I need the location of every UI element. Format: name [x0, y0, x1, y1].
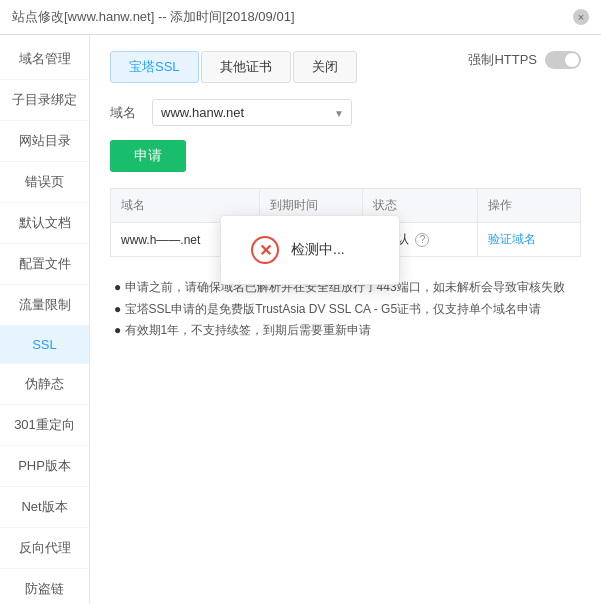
title-text: 站点修改[www.hanw.net] -- 添加时间[2018/09/01]	[12, 8, 295, 26]
sidebar-item-ssl[interactable]: SSL	[0, 326, 89, 364]
sidebar-item-domain-mgmt[interactable]: 域名管理	[0, 39, 89, 80]
error-circle-icon: ✕	[251, 236, 279, 264]
domain-label: 域名	[110, 104, 142, 122]
tab-other-cert[interactable]: 其他证书	[201, 51, 291, 83]
note-item-2: 有效期1年，不支持续签，到期后需要重新申请	[110, 320, 581, 342]
sidebar-item-net-version[interactable]: Net版本	[0, 487, 89, 528]
force-https-label: 强制HTTPS	[468, 51, 537, 69]
sidebar-item-reverse-proxy[interactable]: 反向代理	[0, 528, 89, 569]
table-header-operation: 操作	[478, 189, 581, 223]
note-item-1: 宝塔SSL申请的是免费版TrustAsia DV SSL CA - G5证书，仅…	[110, 299, 581, 321]
sidebar-item-default-doc[interactable]: 默认文档	[0, 203, 89, 244]
tab-baota-ssl[interactable]: 宝塔SSL	[110, 51, 199, 83]
domain-select-wrapper: www.hanw.net	[152, 99, 352, 126]
sidebar-item-php-version[interactable]: PHP版本	[0, 446, 89, 487]
sidebar-item-301-redirect[interactable]: 301重定向	[0, 405, 89, 446]
layout: 域名管理 子目录绑定 网站目录 错误页 默认文档 配置文件 流量限制 SSL 伪…	[0, 35, 601, 604]
detecting-text: 检测中...	[291, 241, 345, 259]
sidebar-item-traffic-limit[interactable]: 流量限制	[0, 285, 89, 326]
force-https-row: 强制HTTPS	[468, 51, 581, 69]
sidebar-item-site-dir[interactable]: 网站目录	[0, 121, 89, 162]
close-button[interactable]: ×	[573, 9, 589, 25]
main-content: 强制HTTPS 宝塔SSL 其他证书 关闭 域名 www.hanw.net 申请…	[90, 35, 601, 604]
tab-close[interactable]: 关闭	[293, 51, 357, 83]
sidebar: 域名管理 子目录绑定 网站目录 错误页 默认文档 配置文件 流量限制 SSL 伪…	[0, 35, 90, 604]
domain-row: 域名 www.hanw.net	[110, 99, 581, 126]
detecting-popup: ✕ 检测中...	[220, 215, 400, 285]
sidebar-item-hotlink[interactable]: 防盗链	[0, 569, 89, 604]
sidebar-item-config-file[interactable]: 配置文件	[0, 244, 89, 285]
help-icon[interactable]: ?	[415, 233, 429, 247]
title-bar: 站点修改[www.hanw.net] -- 添加时间[2018/09/01] ×	[0, 0, 601, 35]
domain-select[interactable]: www.hanw.net	[152, 99, 352, 126]
sidebar-item-error-page[interactable]: 错误页	[0, 162, 89, 203]
sidebar-item-subdir-bind[interactable]: 子目录绑定	[0, 80, 89, 121]
force-https-toggle[interactable]	[545, 51, 581, 69]
verify-domain-link[interactable]: 验证域名	[488, 232, 536, 246]
sidebar-item-pseudo-static[interactable]: 伪静态	[0, 364, 89, 405]
apply-button[interactable]: 申请	[110, 140, 186, 172]
table-cell-operation: 验证域名	[478, 223, 581, 257]
error-x-icon: ✕	[259, 241, 272, 260]
